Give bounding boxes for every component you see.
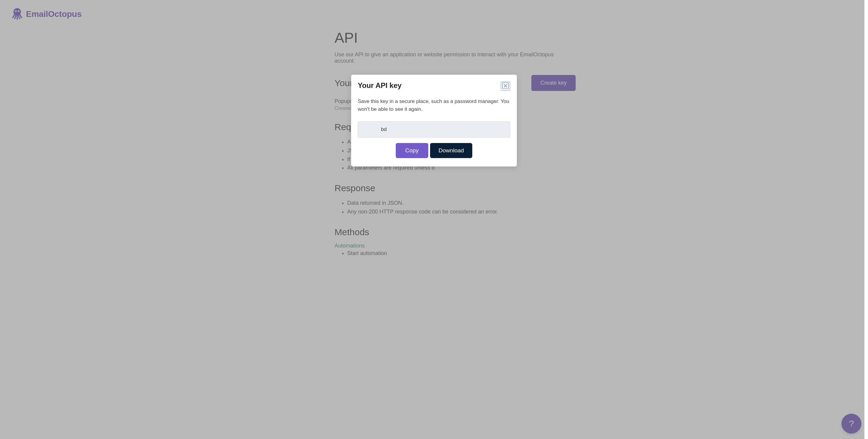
close-modal-button[interactable]: [501, 81, 510, 91]
right-edge-strip: [864, 0, 868, 439]
copy-button[interactable]: Copy: [396, 143, 428, 158]
close-icon: [502, 82, 509, 90]
download-button[interactable]: Download: [430, 143, 472, 158]
api-key-modal: Your API key Save this key in a secure p…: [351, 75, 517, 167]
modal-description: Save this key in a secure place, such as…: [358, 98, 510, 113]
modal-title: Your API key: [358, 81, 401, 90]
modal-overlay[interactable]: [0, 0, 868, 439]
api-key-field[interactable]: [358, 121, 510, 138]
